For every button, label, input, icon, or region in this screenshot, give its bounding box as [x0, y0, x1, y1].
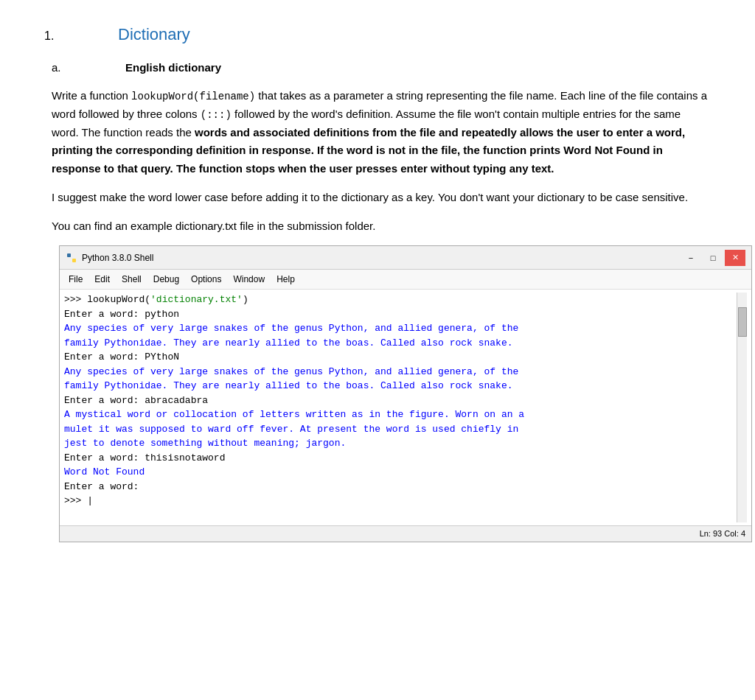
shell-line-15: >>> | [64, 494, 737, 508]
shell-line-5: Enter a word: PYthoN [64, 350, 737, 365]
maximize-button[interactable]: □ [703, 250, 723, 266]
shell-line-7: family Pythonidae. They are nearly allie… [64, 379, 737, 393]
shell-line-8: Enter a word: abracadabra [64, 393, 737, 408]
subsection-heading: a. English dictionary [52, 60, 711, 77]
shell-line-13: Word Not Found [64, 465, 737, 480]
shell-titlebar: Python 3.8.0 Shell − □ ✕ [60, 246, 751, 270]
svg-rect-1 [72, 259, 76, 262]
shell-line-9: A mystical word or collocation of letter… [64, 407, 737, 422]
shell-line-2: Enter a word: python [64, 307, 737, 322]
menu-file[interactable]: File [63, 271, 88, 287]
section-number: 1. [44, 27, 74, 45]
scrollbar-thumb[interactable] [738, 307, 747, 337]
section-heading: 1. Dictionary [44, 22, 711, 46]
shell-line-1: >>> lookupWord('dictionary.txt') [64, 293, 737, 307]
p1-text-before: Write a function [52, 89, 131, 102]
menu-window[interactable]: Window [227, 271, 271, 287]
shell-title: Python 3.8.0 Shell [82, 251, 153, 265]
paragraph-3: You can find an example dictionary.txt f… [52, 217, 711, 236]
p1-colons-code: (:::) [201, 109, 232, 121]
python-shell-window: Python 3.8.0 Shell − □ ✕ File Edit Shell… [59, 245, 752, 542]
shell-line-6: Any species of very large snakes of the … [64, 365, 737, 379]
menu-shell[interactable]: Shell [116, 271, 147, 287]
menu-debug[interactable]: Debug [147, 271, 185, 287]
menu-help[interactable]: Help [271, 271, 301, 287]
paragraph-1: Write a function lookupWord(filename) th… [52, 87, 711, 178]
shell-line-14: Enter a word: [64, 480, 737, 494]
minimize-button[interactable]: − [681, 250, 701, 266]
section-title: Dictionary [118, 22, 190, 46]
status-text: Ln: 93 Col: 4 [700, 529, 745, 538]
window-controls[interactable]: − □ ✕ [681, 250, 745, 266]
close-button[interactable]: ✕ [725, 250, 745, 266]
shell-line-10: mulet it was supposed to ward off fever.… [64, 422, 737, 437]
python-icon [66, 252, 77, 264]
svg-rect-0 [67, 253, 71, 257]
menu-options[interactable]: Options [185, 271, 227, 287]
shell-statusbar: Ln: 93 Col: 4 [60, 525, 751, 542]
subsection-letter: a. [52, 60, 81, 77]
titlebar-left: Python 3.8.0 Shell [66, 251, 153, 265]
shell-content: >>> lookupWord('dictionary.txt') Enter a… [60, 290, 751, 525]
content-block: Write a function lookupWord(filename) th… [52, 87, 711, 542]
shell-line-12: Enter a word: thisisnotaword [64, 451, 737, 466]
shell-scrollbar[interactable] [737, 293, 747, 522]
p1-inline-code: lookupWord(filename) [131, 91, 255, 102]
paragraph-2: I suggest make the word lower case befor… [52, 189, 711, 207]
shell-line-3: Any species of very large snakes of the … [64, 321, 737, 336]
shell-menubar: File Edit Shell Debug Options Window Hel… [60, 270, 751, 290]
shell-line-11: jest to denote something without meaning… [64, 436, 737, 451]
shell-text-area[interactable]: >>> lookupWord('dictionary.txt') Enter a… [64, 293, 737, 522]
menu-edit[interactable]: Edit [88, 271, 116, 287]
subsection-title: English dictionary [125, 60, 221, 77]
shell-line-4: family Pythonidae. They are nearly allie… [64, 336, 737, 351]
